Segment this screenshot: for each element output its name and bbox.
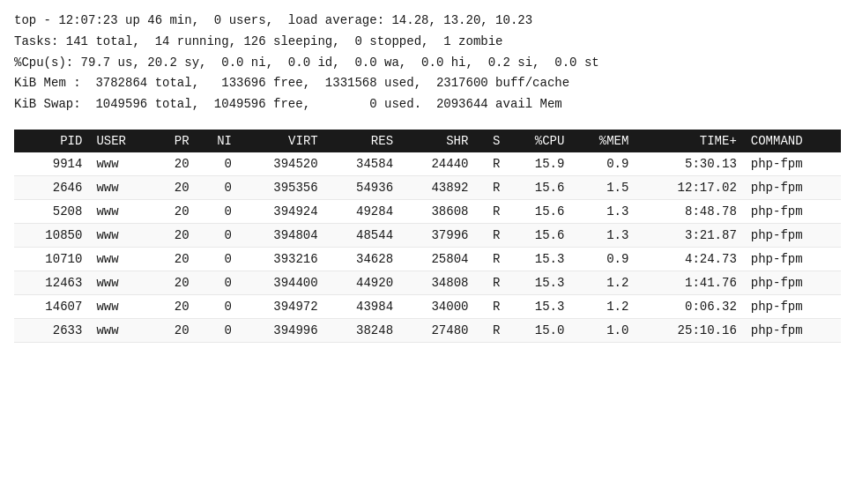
table-row: 5208www2003949244928438608R15.61.38:48.7…	[14, 199, 841, 223]
cell-2-6: 38608	[400, 199, 475, 223]
top-line1: top - 12:07:23 up 46 min, 0 users, load …	[14, 11, 841, 32]
cell-0-5: 34584	[325, 152, 400, 176]
top-line2: Tasks: 141 total, 14 running, 126 sleepi…	[14, 32, 841, 53]
cell-7-2: 20	[153, 318, 196, 342]
cell-4-0: 10710	[14, 247, 89, 271]
cell-0-11: php-fpm	[744, 152, 841, 176]
cell-2-1: www	[89, 199, 153, 223]
cell-0-0: 9914	[14, 152, 89, 176]
col-header-time: TIME+	[636, 130, 743, 152]
col-header-shr: SHR	[400, 130, 475, 152]
cell-4-1: www	[89, 247, 153, 271]
col-header-virt: VIRT	[239, 130, 325, 152]
cell-7-11: php-fpm	[744, 318, 841, 342]
cell-5-7: R	[475, 271, 507, 294]
cell-6-0: 14607	[14, 294, 89, 318]
cell-6-7: R	[475, 294, 507, 318]
cell-6-10: 0:06.32	[636, 294, 743, 318]
cell-5-11: php-fpm	[744, 271, 841, 294]
cell-0-1: www	[89, 152, 153, 176]
top-line5: KiB Swap: 1049596 total, 1049596 free, 0…	[14, 94, 841, 115]
cell-3-5: 48544	[325, 223, 400, 247]
table-row: 2633www2003949963824827480R15.01.025:10.…	[14, 318, 841, 342]
cell-5-6: 34808	[400, 271, 475, 294]
cell-5-2: 20	[153, 271, 196, 294]
table-body: 9914www2003945203458424440R15.90.95:30.1…	[14, 152, 841, 343]
cell-3-9: 1.3	[571, 223, 636, 247]
cell-0-3: 0	[197, 152, 239, 176]
top-line4: KiB Mem : 3782864 total, 133696 free, 13…	[14, 73, 841, 94]
col-header-s: S	[475, 130, 507, 152]
cell-5-0: 12463	[14, 271, 89, 294]
system-info: top - 12:07:23 up 46 min, 0 users, load …	[14, 11, 841, 115]
cell-1-2: 20	[153, 175, 196, 199]
cell-1-7: R	[475, 175, 507, 199]
cell-7-7: R	[475, 318, 507, 342]
cell-3-2: 20	[153, 223, 196, 247]
table-row: 9914www2003945203458424440R15.90.95:30.1…	[14, 152, 841, 176]
cell-7-1: www	[89, 318, 153, 342]
cell-0-10: 5:30.13	[636, 152, 743, 176]
cell-2-5: 49284	[325, 199, 400, 223]
cell-3-1: www	[89, 223, 153, 247]
cell-6-3: 0	[197, 294, 239, 318]
cell-7-0: 2633	[14, 318, 89, 342]
cell-2-0: 5208	[14, 199, 89, 223]
col-header-command: COMMAND	[744, 130, 841, 152]
cell-3-3: 0	[197, 223, 239, 247]
cell-7-5: 38248	[325, 318, 400, 342]
cell-0-2: 20	[153, 152, 196, 176]
cell-1-0: 2646	[14, 175, 89, 199]
cell-1-1: www	[89, 175, 153, 199]
cell-5-4: 394400	[239, 271, 325, 294]
col-header-ni: NI	[197, 130, 239, 152]
cell-3-6: 37996	[400, 223, 475, 247]
table-row: 12463www2003944004492034808R15.31.21:41.…	[14, 271, 841, 294]
table-row: 10850www2003948044854437996R15.61.33:21.…	[14, 223, 841, 247]
cell-7-6: 27480	[400, 318, 475, 342]
cell-2-4: 394924	[239, 199, 325, 223]
cell-6-1: www	[89, 294, 153, 318]
cell-5-9: 1.2	[571, 271, 636, 294]
cell-3-0: 10850	[14, 223, 89, 247]
cell-6-11: php-fpm	[744, 294, 841, 318]
cell-7-8: 15.0	[507, 318, 571, 342]
cell-5-1: www	[89, 271, 153, 294]
col-header-cpu: %CPU	[507, 130, 571, 152]
cell-2-7: R	[475, 199, 507, 223]
cell-1-4: 395356	[239, 175, 325, 199]
cell-2-10: 8:48.78	[636, 199, 743, 223]
cell-2-8: 15.6	[507, 199, 571, 223]
cell-2-11: php-fpm	[744, 199, 841, 223]
cell-5-10: 1:41.76	[636, 271, 743, 294]
cell-1-10: 12:17.02	[636, 175, 743, 199]
col-header-res: RES	[325, 130, 400, 152]
cell-1-9: 1.5	[571, 175, 636, 199]
table-header-row: PID USER PR NI VIRT RES SHR S %CPU %MEM …	[14, 130, 841, 152]
cell-0-6: 24440	[400, 152, 475, 176]
cell-6-4: 394972	[239, 294, 325, 318]
cell-6-9: 1.2	[571, 294, 636, 318]
cell-4-9: 0.9	[571, 247, 636, 271]
cell-5-8: 15.3	[507, 271, 571, 294]
cell-4-3: 0	[197, 247, 239, 271]
cell-1-6: 43892	[400, 175, 475, 199]
table-row: 2646www2003953565493643892R15.61.512:17.…	[14, 175, 841, 199]
cell-0-4: 394520	[239, 152, 325, 176]
cell-3-8: 15.6	[507, 223, 571, 247]
cell-4-4: 393216	[239, 247, 325, 271]
table-row: 10710www2003932163462825804R15.30.94:24.…	[14, 247, 841, 271]
cell-1-5: 54936	[325, 175, 400, 199]
cell-4-2: 20	[153, 247, 196, 271]
cell-6-8: 15.3	[507, 294, 571, 318]
cell-2-9: 1.3	[571, 199, 636, 223]
cell-7-3: 0	[197, 318, 239, 342]
cell-4-5: 34628	[325, 247, 400, 271]
col-header-pr: PR	[153, 130, 196, 152]
cell-4-7: R	[475, 247, 507, 271]
cell-6-5: 43984	[325, 294, 400, 318]
col-header-pid: PID	[14, 130, 89, 152]
cell-0-9: 0.9	[571, 152, 636, 176]
cell-6-2: 20	[153, 294, 196, 318]
cell-2-2: 20	[153, 199, 196, 223]
